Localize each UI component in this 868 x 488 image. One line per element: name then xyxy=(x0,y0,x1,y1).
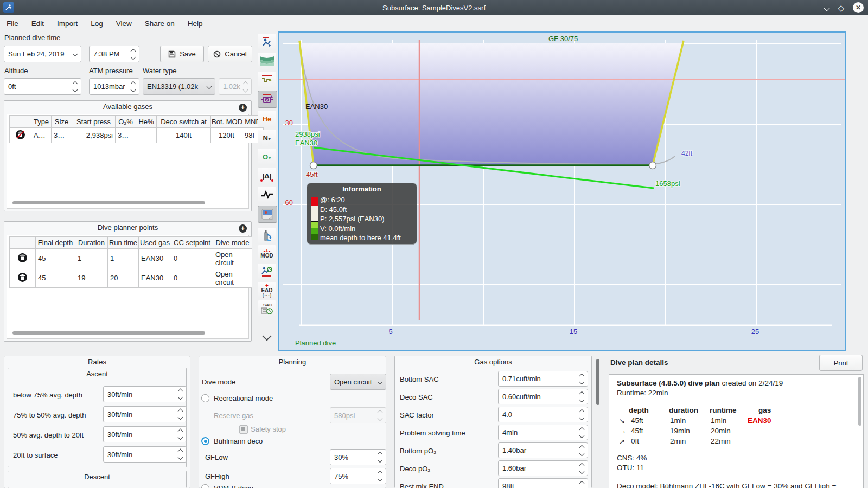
profile-handle[interactable] xyxy=(310,162,317,169)
menu-view[interactable]: View xyxy=(110,20,138,28)
gf-label: GF 30/75 xyxy=(548,35,578,43)
gas-type-cell[interactable]: A… xyxy=(31,128,52,143)
dive-mode-cell[interactable]: Open circuit xyxy=(213,268,252,288)
heart-rate-button[interactable] xyxy=(258,187,276,203)
deco-sac-stepper[interactable]: 0.60cuft/min xyxy=(498,389,588,404)
bottom-sac-label: Bottom SAC xyxy=(400,375,439,383)
menu-file[interactable]: File xyxy=(0,20,25,28)
information-tooltip: Information @: 6:20 D: 45.0ft P: 2,557ps… xyxy=(307,183,417,245)
ascent-rate-3-stepper[interactable]: 30ft/min xyxy=(103,426,187,442)
best-mix-end-stepper[interactable]: 98ft xyxy=(498,478,588,488)
tank-bar-button[interactable] xyxy=(258,91,277,108)
used-gas-cell[interactable]: EAN30 xyxy=(139,249,171,268)
gfhigh-stepper[interactable]: 75% xyxy=(330,468,386,484)
dive-profile-chart[interactable]: GF 30/75 EAN30 30 60 2938psi EAN30 1658p… xyxy=(278,31,846,351)
tissue-delta-button[interactable]: |Δ| xyxy=(258,168,276,184)
delete-gas-button[interactable] xyxy=(10,128,31,143)
gas-size-cell[interactable]: 3… xyxy=(52,128,72,143)
cc-setpoint-cell[interactable]: 0 xyxy=(171,249,213,268)
plan-details-scrollbar[interactable] xyxy=(858,377,861,426)
gas-change-button[interactable] xyxy=(258,228,276,244)
add-gas-button[interactable]: + xyxy=(239,104,247,112)
points-horizontal-scrollbar[interactable] xyxy=(12,331,205,335)
profile-settings-button[interactable] xyxy=(258,34,276,50)
duration-cell[interactable]: 1 xyxy=(75,249,108,268)
n2-graph-button[interactable]: N₂ xyxy=(258,130,276,146)
time-stepper[interactable]: 7:38 PM xyxy=(89,46,139,62)
deco-po2-stepper[interactable]: 1.60bar xyxy=(498,460,588,476)
delete-point-button[interactable] xyxy=(10,249,36,268)
col-used-gas: Used gas xyxy=(139,237,171,249)
final-depth-cell[interactable]: 45 xyxy=(36,249,75,268)
delete-point-button[interactable] xyxy=(10,268,36,288)
bottom-po2-stepper[interactable]: 1.40bar xyxy=(498,442,588,458)
final-depth-cell[interactable]: 45 xyxy=(36,268,75,288)
water-salinity-button[interactable] xyxy=(258,53,276,69)
water-type-select[interactable]: EN13319 (1.02k xyxy=(143,78,215,95)
duration-cell[interactable]: 19 xyxy=(75,268,108,288)
problem-solving-time-stepper[interactable]: 4min xyxy=(498,425,588,440)
run-time-cell[interactable]: 20 xyxy=(108,268,139,288)
gas-o2-cell[interactable]: 3… xyxy=(116,128,136,143)
altitude-stepper[interactable]: 0ft xyxy=(4,78,81,95)
ascent-rate-2-stepper[interactable]: 30ft/min xyxy=(103,406,187,422)
dive-duration-button[interactable] xyxy=(258,264,276,280)
descent-title: Descent xyxy=(8,471,186,481)
date-select[interactable]: Sun Feb 24, 2019 xyxy=(4,46,81,62)
start-pressure-gas-label: EAN30 xyxy=(295,139,317,147)
plan-col-depth: depth xyxy=(629,406,649,414)
toolbar-scroll-down-button[interactable] xyxy=(258,328,276,344)
gflow-stepper[interactable]: 30% xyxy=(330,449,386,465)
run-time-cell[interactable]: 1 xyxy=(108,249,139,268)
close-icon[interactable]: ✕ xyxy=(853,2,864,13)
minimize-icon[interactable] xyxy=(825,3,829,12)
reserve-gas-value: 580psi xyxy=(330,412,378,420)
ascent-rate-1-stepper[interactable]: 30ft/min xyxy=(103,386,187,402)
menu-edit[interactable]: Edit xyxy=(25,20,50,28)
plan-duration: 19min xyxy=(670,427,690,435)
menu-share-on[interactable]: Share on xyxy=(138,20,181,28)
sac-button[interactable]: SAC xyxy=(258,300,276,317)
bottom-sac-value: 0.71cuft/min xyxy=(499,375,580,383)
bottom-panel-scrollbar[interactable] xyxy=(596,359,599,405)
maximize-icon[interactable]: ◇ xyxy=(838,4,844,12)
bottom-sac-stepper[interactable]: 0.71cuft/min xyxy=(498,371,588,387)
descend-arrow-icon: ↘ xyxy=(619,416,625,425)
menu-help[interactable]: Help xyxy=(181,20,209,28)
menu-log[interactable]: Log xyxy=(84,20,110,28)
mod-button[interactable]: -+- MOD xyxy=(258,245,276,261)
atm-pressure-stepper[interactable]: 1013mbar xyxy=(89,78,139,95)
bottom-po2-value: 1.40bar xyxy=(499,446,580,454)
dive-mode-cell[interactable]: Open circuit xyxy=(213,249,252,268)
cancel-label: Cancel xyxy=(225,50,246,58)
used-gas-cell[interactable]: EAN30 xyxy=(139,268,171,288)
ceiling-button[interactable] xyxy=(258,72,276,88)
title-bar: Subsurface: SampleDivesV2.ssrf ◇ ✕ xyxy=(0,0,868,15)
save-button[interactable]: Save xyxy=(160,46,204,62)
plan-col-gas: gas xyxy=(758,406,771,414)
cc-setpoint-cell[interactable]: 0 xyxy=(171,268,213,288)
print-button[interactable]: Print xyxy=(819,355,863,371)
dive-planner-points-panel: Dive planner points + Final depth Durati… xyxy=(4,221,252,342)
app-icon xyxy=(3,2,14,13)
buhlmann-deco-radio[interactable] xyxy=(201,437,209,445)
he-graph-button[interactable]: He xyxy=(258,111,276,127)
photos-button[interactable] xyxy=(258,206,277,223)
ead-button[interactable]: + EAD (···) xyxy=(258,282,276,298)
gases-horizontal-scrollbar[interactable] xyxy=(12,201,205,204)
add-point-button[interactable]: + xyxy=(239,224,247,233)
gas-deco-switch-cell[interactable]: 140ft xyxy=(157,128,211,143)
gas-start-press-cell[interactable]: 2,938psi xyxy=(72,128,116,143)
o2-graph-button[interactable]: O₂ xyxy=(258,149,276,165)
chevron-down-icon xyxy=(207,85,215,88)
recreational-mode-radio[interactable] xyxy=(201,394,209,402)
profile-handle[interactable] xyxy=(649,162,656,169)
ascent-rate-4-stepper[interactable]: 30ft/min xyxy=(103,446,187,463)
gas-bot-mod-cell[interactable]: 120ft xyxy=(211,128,242,143)
menu-import[interactable]: Import xyxy=(50,20,84,28)
cancel-button[interactable]: Cancel xyxy=(208,46,252,62)
gas-he-cell[interactable] xyxy=(136,128,157,143)
available-gases-title: Available gases xyxy=(4,101,251,111)
sac-factor-stepper[interactable]: 4.0 xyxy=(498,407,588,422)
dive-mode-select[interactable]: Open circuit xyxy=(330,374,386,390)
